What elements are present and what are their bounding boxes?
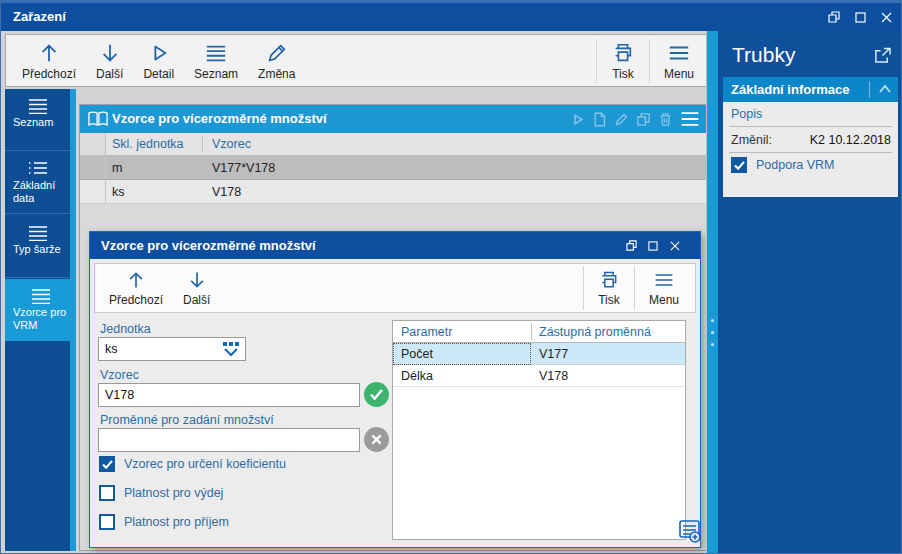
dialog-titlebar: Vzorce pro vícerozměrné množství <box>90 232 700 259</box>
list-view-button[interactable]: Seznam <box>184 40 248 83</box>
sidebar-item-vzorce-pro-vrm[interactable]: Vzorce pro VRM <box>5 279 76 341</box>
column-header-unit[interactable]: Skl. jednotka <box>112 133 184 156</box>
description-field-label: Popis <box>731 107 762 121</box>
previous-button[interactable]: Předchozí <box>12 40 86 83</box>
dialog-previous-button[interactable]: Předchozí <box>99 268 173 309</box>
sidebar-item-typ-sarze[interactable]: Typ šarže <box>5 216 70 278</box>
list-icon <box>28 98 48 114</box>
next-button[interactable]: Další <box>86 40 133 83</box>
arrow-up-icon <box>126 270 146 290</box>
change-button[interactable]: Změna <box>248 40 305 83</box>
panel-title: Trubky <box>732 43 795 67</box>
new-record-icon[interactable] <box>592 112 607 127</box>
book-icon <box>88 111 108 127</box>
window-menu-icon[interactable] <box>680 111 700 127</box>
dialog-print-button[interactable]: Tisk <box>588 268 630 309</box>
restore-button[interactable] <box>821 3 847 31</box>
toolbar-left-group: Předchozí Další Detail Seznam Změna <box>12 38 305 84</box>
maximize-button[interactable] <box>847 3 873 31</box>
print-button[interactable]: Tisk <box>601 40 645 83</box>
validity-receipt-checkbox-label: Platnost pro příjem <box>124 515 229 529</box>
close-icon <box>881 12 892 23</box>
open-in-window-button[interactable] <box>874 47 891 64</box>
row-marker <box>80 180 106 203</box>
play-icon <box>148 42 170 64</box>
parameter-table-header[interactable]: Parametr Zástupná proměnná <box>393 321 685 343</box>
formula-field[interactable]: V178 <box>98 383 360 407</box>
dialog-next-button[interactable]: Další <box>173 268 220 309</box>
maximize-icon <box>855 12 866 23</box>
sidebar-item-label: Základní data <box>5 179 70 205</box>
previous-button-label: Předchozí <box>22 67 76 81</box>
column-header-formula[interactable]: Vzorec <box>212 133 251 156</box>
cell-variable: V178 <box>539 365 568 387</box>
menu-button[interactable]: Menu <box>654 40 704 83</box>
unit-dropdown-button[interactable] <box>220 341 242 357</box>
parameter-table: Parametr Zástupná proměnná Počet V177 Dé… <box>392 320 686 540</box>
menu-icon <box>667 42 691 64</box>
column-header-param[interactable]: Parametr <box>401 321 452 343</box>
vrm-support-checkbox[interactable]: Podpora VRM <box>731 157 835 173</box>
sidebar: Seznam Základní data Typ šarže Vzorce pr… <box>5 89 76 551</box>
window-controls <box>821 3 899 31</box>
table-row[interactable]: m V177*V178 <box>80 156 706 180</box>
copy-icon[interactable] <box>636 112 651 127</box>
parameter-row[interactable]: Počet V177 <box>393 343 685 365</box>
changed-by-value: K2 10.12.2018 <box>810 133 891 147</box>
variables-field-label: Proměnné pro zadání množství <box>100 413 274 427</box>
dialog-next-label: Další <box>183 293 210 307</box>
sidebar-item-zakladni-data[interactable]: Základní data <box>5 152 70 214</box>
collapse-button[interactable] <box>878 83 892 95</box>
dialog-maximize-button[interactable] <box>642 232 664 259</box>
table-row[interactable]: ks V178 <box>80 180 706 204</box>
column-header-variable[interactable]: Zástupná proměnná <box>539 321 651 343</box>
parameter-row[interactable]: Délka V178 <box>393 365 685 387</box>
add-record-icon <box>678 518 702 544</box>
coefficient-checkbox[interactable]: Vzorec pro určení koeficientu <box>99 456 286 472</box>
list-window-header: Vzorce pro vícerozměrné množství <box>80 105 706 133</box>
field-underline <box>729 152 892 153</box>
dialog-menu-button[interactable]: Menu <box>639 268 689 309</box>
unit-field-value: ks <box>105 342 118 356</box>
edit-icon[interactable] <box>614 112 629 127</box>
dialog-title: Vzorce pro vícerozměrné množství <box>101 232 316 259</box>
dialog-close-button[interactable] <box>664 232 686 259</box>
side-panel: Trubky Základní informace Popis Změnil: … <box>718 31 902 554</box>
coefficient-checkbox-label: Vzorec pro určení koeficientu <box>124 457 286 471</box>
section-title: Základní informace <box>731 77 849 102</box>
pencil-icon <box>266 42 288 64</box>
lookup-dropdown-icon <box>220 341 242 357</box>
field-underline <box>729 126 892 127</box>
dialog-previous-label: Předchozí <box>109 293 163 307</box>
close-button[interactable] <box>873 3 899 31</box>
printer-icon <box>598 270 620 290</box>
arrow-down-icon <box>99 42 121 64</box>
list-icon <box>204 42 228 64</box>
window-title: Zařazení <box>13 3 66 31</box>
cancel-button[interactable] <box>364 427 389 452</box>
unit-field-label: Jednotka <box>100 322 151 336</box>
menu-icon <box>653 270 675 290</box>
list-window-title: Vzorce pro vícerozměrné množství <box>112 105 327 133</box>
formula-field-value: V178 <box>105 388 134 402</box>
validity-receipt-checkbox[interactable]: Platnost pro příjem <box>99 514 229 530</box>
detail-icon[interactable] <box>570 112 585 127</box>
variables-field[interactable] <box>98 428 360 452</box>
unit-field[interactable]: ks <box>98 337 246 361</box>
validity-issue-checkbox[interactable]: Platnost pro výdej <box>99 485 223 501</box>
delete-icon[interactable] <box>658 112 673 127</box>
dialog-restore-button[interactable] <box>620 232 642 259</box>
detail-button[interactable]: Detail <box>133 40 184 83</box>
panel-splitter[interactable] <box>706 31 718 554</box>
dialog-toolbar-left: Předchozí Další <box>99 265 220 311</box>
app-window: Zařazení Předchozí Další <box>0 0 902 554</box>
section-basic-info[interactable]: Základní informace <box>723 77 898 102</box>
detail-button-label: Detail <box>143 67 174 81</box>
confirm-button[interactable] <box>364 382 389 407</box>
dialog-menu-label: Menu <box>649 293 679 307</box>
row-marker <box>80 156 106 179</box>
toolbar-separator <box>634 266 635 310</box>
sidebar-item-seznam[interactable]: Seznam <box>5 89 70 151</box>
add-record-button[interactable] <box>678 518 702 544</box>
list-table-header[interactable]: Skl. jednotka Vzorec <box>80 133 706 156</box>
